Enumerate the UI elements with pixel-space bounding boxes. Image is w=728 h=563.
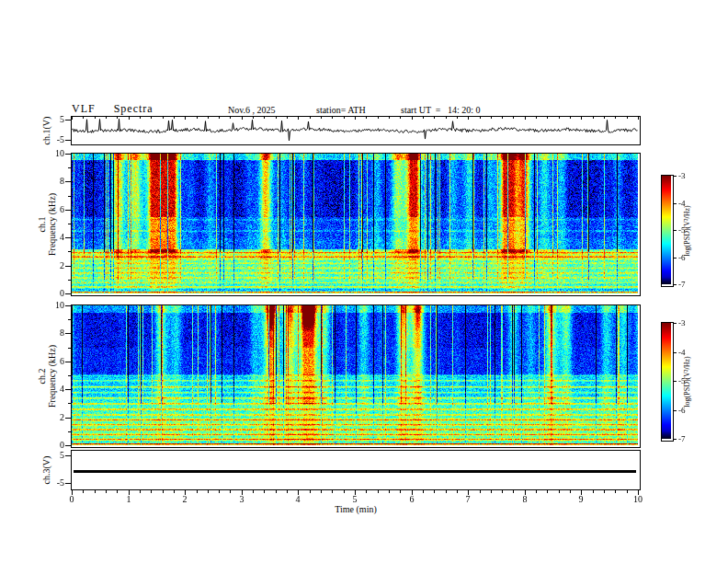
x-minor-tick	[491, 490, 492, 493]
x-minor-tick	[140, 490, 141, 493]
ch2-spectrogram-canvas	[72, 305, 638, 445]
colorbar2	[661, 322, 674, 442]
x-minor-tick	[163, 490, 164, 493]
x-minor-tick	[332, 490, 333, 493]
x-minor-tick	[570, 490, 571, 493]
colorbar-tick-label: -3	[678, 170, 697, 181]
x-minor-tick	[151, 490, 152, 493]
x-minor-tick	[276, 490, 277, 493]
x-minor-tick	[197, 490, 198, 493]
ch3-flat-trace	[74, 470, 636, 473]
colorbar2-gradient	[662, 323, 671, 439]
ch3-waveform-panel	[71, 450, 641, 490]
ch1-waveform-panel	[71, 116, 641, 145]
colorbar1-label: log(PSD)(V²/Hz)	[684, 205, 691, 256]
colorbar-tick-label: -3	[678, 317, 697, 328]
x-minor-tick	[593, 490, 594, 493]
x-minor-tick	[446, 490, 447, 493]
vlf-spectra-figure: VLF Spectra Nov.6 , 2025 station= ATH st…	[0, 0, 728, 563]
spec2-y-axis-label: ch.2 Frequency (kHz)	[37, 345, 57, 408]
x-minor-tick	[480, 490, 481, 493]
x-minor-tick	[106, 490, 107, 493]
figure-start-ut: start UT = 14: 20: 0	[401, 105, 481, 115]
spec-y-tick-label: 2	[40, 260, 64, 271]
x-axis-label: Time (min)	[72, 504, 640, 514]
x-minor-tick	[559, 490, 560, 493]
spec-y-tick-label: 2	[40, 412, 64, 423]
spec-y-tick-label: 0	[40, 440, 64, 451]
colorbar-tick-label: -7	[678, 433, 697, 444]
spec2-frequency-label: Frequency (kHz)	[47, 345, 57, 408]
ch2-spectrogram-panel	[71, 304, 641, 448]
x-minor-tick	[615, 490, 616, 493]
x-minor-tick	[627, 490, 628, 493]
x-minor-tick	[457, 490, 458, 493]
x-major-tick	[468, 490, 469, 495]
spec-y-tick-label: 8	[40, 176, 64, 187]
spec-y-tick-label: 8	[40, 327, 64, 339]
x-major-tick	[355, 490, 356, 495]
figure-station: station= ATH	[316, 105, 366, 115]
x-minor-tick	[174, 490, 175, 493]
x-major-tick	[129, 490, 130, 495]
x-minor-tick	[83, 490, 84, 493]
x-minor-tick	[547, 490, 548, 493]
x-minor-tick	[513, 490, 514, 493]
spec-y-tick-label: 0	[40, 288, 64, 299]
ch3-y-axis-label: ch.3(V)	[41, 456, 51, 485]
x-minor-tick	[502, 490, 503, 493]
x-minor-tick	[434, 490, 435, 493]
x-minor-tick	[310, 490, 311, 493]
colorbar-tick-label: -7	[678, 279, 697, 290]
colorbar1	[661, 175, 674, 287]
x-minor-tick	[536, 490, 537, 493]
x-major-tick	[298, 490, 299, 495]
spec1-y-axis-label: ch.1 Frequency (kHz)	[37, 193, 57, 256]
x-minor-tick	[253, 490, 254, 493]
x-major-tick	[525, 490, 526, 495]
ch1-waveform-canvas	[72, 117, 638, 143]
x-minor-tick	[378, 490, 379, 493]
x-major-tick	[412, 490, 413, 495]
x-minor-tick	[287, 490, 288, 493]
x-minor-tick	[208, 490, 209, 493]
spec-y-tick-label: 10	[40, 300, 64, 311]
x-minor-tick	[344, 490, 345, 493]
spec1-frequency-label: Frequency (kHz)	[47, 193, 57, 256]
ch1-spectrogram-canvas	[72, 154, 638, 293]
spec1-channel-label: ch.1	[37, 193, 47, 256]
x-major-tick	[581, 490, 582, 495]
spec2-channel-label: ch.2	[37, 345, 47, 408]
x-minor-tick	[423, 490, 424, 493]
x-major-tick	[72, 490, 73, 495]
x-minor-tick	[400, 490, 401, 493]
x-minor-tick	[389, 490, 390, 493]
x-minor-tick	[321, 490, 322, 493]
x-minor-tick	[117, 490, 118, 493]
ch1-spectrogram-panel	[71, 153, 641, 296]
figure-title: VLF Spectra	[72, 102, 154, 116]
spec-y-tick-label: 10	[40, 148, 64, 159]
x-minor-tick	[604, 490, 605, 493]
x-minor-tick	[264, 490, 265, 493]
x-minor-tick	[230, 490, 231, 493]
colorbar1-gradient	[662, 176, 671, 284]
x-major-tick	[185, 490, 186, 495]
x-minor-tick	[219, 490, 220, 493]
x-minor-tick	[366, 490, 367, 493]
wave-y-axis-label: ch.1(V)	[41, 117, 51, 145]
x-minor-tick	[95, 490, 96, 493]
colorbar2-label: log(PSD)(V²/Hz)	[684, 356, 691, 407]
x-major-tick	[638, 490, 639, 495]
x-major-tick	[242, 490, 243, 495]
figure-date: Nov.6 , 2025	[228, 105, 276, 115]
